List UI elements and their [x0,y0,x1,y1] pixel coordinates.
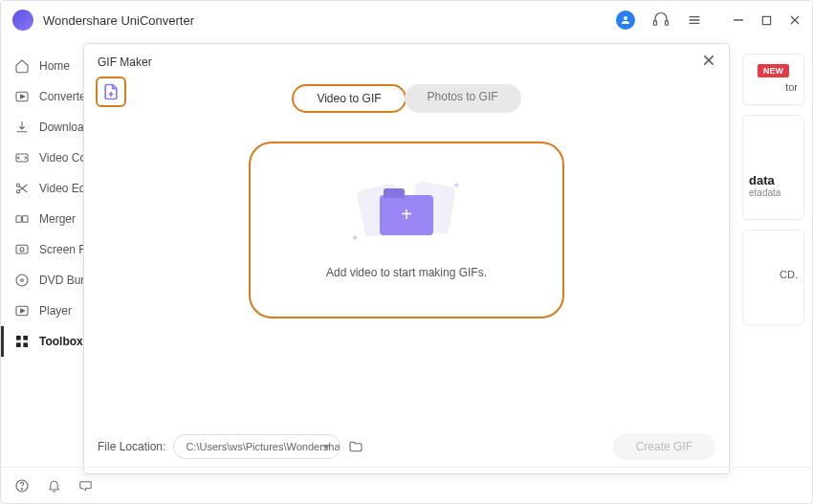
file-location-select[interactable]: C:\Users\ws\Pictures\Wondershare [173,434,341,459]
sidebar-item-merger[interactable]: Merger [1,204,92,234]
sidebar-item-dvd[interactable]: DVD Burner [1,265,92,296]
new-badge: NEW [758,64,789,77]
sidebar-item-home[interactable]: Home [1,51,92,81]
svg-point-12 [16,184,19,186]
svg-point-21 [21,279,24,282]
sidebar-item-toolbox[interactable]: Toolbox [1,326,92,357]
recorder-icon [14,242,30,257]
svg-point-19 [20,248,24,252]
svg-rect-25 [23,336,28,340]
compressor-icon [14,150,30,165]
sidebar-item-label: Merger [39,212,76,226]
app-title: Wondershare UniConverter [43,13,616,28]
svg-rect-17 [23,216,28,223]
scissors-icon [14,181,30,196]
gif-maker-modal: GIF Maker Video to GIF Photos to GIF ✦ ✦… [83,43,730,474]
sidebar-item-compressor[interactable]: Video Compressor [1,142,92,173]
feedback-icon[interactable] [78,478,93,493]
folder-icon [348,439,363,454]
sidebar-item-converter[interactable]: Converter [1,81,92,112]
close-modal-button[interactable] [702,54,715,71]
sidebar-item-label: Home [39,59,70,73]
drop-zone[interactable]: ✦ ✦ + Add video to start making GIFs. [249,142,564,318]
create-gif-button[interactable]: Create GIF [613,433,715,460]
sidebar-item-label: Toolbox [39,335,83,348]
svg-rect-27 [23,342,28,347]
minimize-button[interactable] [733,14,744,26]
svg-rect-24 [16,336,21,340]
open-folder-button[interactable] [348,438,365,455]
app-logo [12,10,33,31]
modal-title: GIF Maker [98,55,152,69]
tab-video-to-gif[interactable]: Video to GIF [292,84,406,113]
converter-icon [14,89,30,104]
file-location-label: File Location: [98,440,165,453]
help-icon[interactable] [14,478,30,493]
titlebar: Wondershare UniConverter [1,1,812,39]
svg-rect-6 [762,16,770,24]
svg-point-33 [21,488,22,489]
tab-photos-to-gif[interactable]: Photos to GIF [405,84,521,113]
home-icon [14,58,30,74]
play-icon [14,303,30,318]
maximize-button[interactable] [761,14,772,26]
folder-illustration: ✦ ✦ + [359,182,454,249]
background-cards: NEW tor data etadata CD. [742,54,804,335]
sidebar-item-downloader[interactable]: Downloader [1,112,92,142]
statusbar [1,467,812,503]
download-icon [14,120,30,135]
sidebar-item-player[interactable]: Player [1,296,92,326]
svg-rect-26 [16,342,21,347]
sidebar-item-label: Converter [39,90,90,103]
sidebar: Home Converter Downloader Video Compress… [1,39,92,467]
svg-marker-10 [21,95,25,99]
svg-rect-18 [16,245,28,253]
bell-icon[interactable] [47,478,61,493]
close-window-button[interactable] [789,14,801,26]
disc-icon [14,273,30,288]
menu-icon[interactable] [687,12,702,28]
drop-zone-text: Add video to start making GIFs. [326,266,487,279]
svg-point-20 [16,274,28,286]
sidebar-item-editor[interactable]: Video Editor [1,173,92,204]
svg-point-13 [16,190,19,193]
account-avatar[interactable] [616,11,635,30]
support-icon[interactable] [652,11,670,29]
svg-marker-23 [21,309,25,313]
toolbox-icon [14,334,30,349]
plus-icon: + [380,195,433,235]
merger-icon [14,211,30,227]
mode-tabs: Video to GIF Photos to GIF [292,84,520,113]
svg-rect-16 [16,216,21,223]
sidebar-item-label: Player [39,304,72,318]
sidebar-item-recorder[interactable]: Screen Recorder [1,234,92,265]
